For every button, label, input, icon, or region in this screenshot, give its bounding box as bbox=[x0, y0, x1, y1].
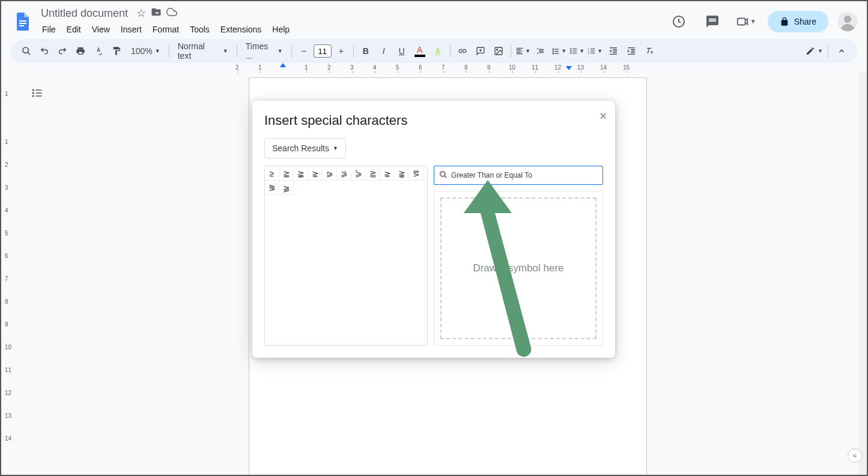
meet-icon[interactable]: ▼ bbox=[734, 10, 758, 34]
char-cell[interactable]: ⪂ bbox=[337, 166, 351, 181]
draw-area: Draw a symbol here bbox=[434, 191, 603, 346]
svg-point-10 bbox=[570, 48, 571, 49]
toolbar: 100%▼ Normal text▼ Times ...▼ − + B I U … bbox=[11, 39, 857, 63]
font-size-decrease[interactable]: − bbox=[296, 43, 312, 59]
style-dropdown[interactable]: Normal text▼ bbox=[173, 41, 233, 61]
svg-rect-1 bbox=[19, 23, 26, 24]
margin-left-marker[interactable] bbox=[280, 63, 286, 67]
ruler-horizontal: 2 1 1 2 3 4 5 6 7 8 9 10 11 12 13 14 15 bbox=[25, 63, 867, 73]
svg-rect-2 bbox=[19, 25, 24, 26]
char-cell[interactable]: ⪊ bbox=[395, 166, 409, 181]
search-box[interactable] bbox=[434, 166, 603, 185]
menu-insert[interactable]: Insert bbox=[116, 22, 147, 37]
svg-point-9 bbox=[496, 49, 497, 50]
redo-icon[interactable] bbox=[54, 43, 71, 59]
paint-format-icon[interactable] bbox=[108, 43, 125, 59]
char-cell[interactable]: ⪚ bbox=[409, 166, 423, 181]
svg-point-12 bbox=[570, 52, 571, 53]
add-comment-icon[interactable] bbox=[472, 43, 489, 59]
char-cell[interactable]: ⪜ bbox=[265, 181, 279, 195]
user-avatar[interactable] bbox=[838, 12, 857, 31]
svg-rect-4 bbox=[737, 18, 745, 25]
align-icon[interactable]: ▼ bbox=[515, 43, 532, 59]
titlebar: Untitled document ☆ File Edit View Inser… bbox=[1, 1, 867, 37]
star-icon[interactable]: ☆ bbox=[136, 7, 146, 20]
underline-icon[interactable]: U bbox=[393, 43, 410, 59]
lock-icon bbox=[780, 17, 789, 26]
bulleted-list-icon[interactable]: ▼ bbox=[569, 43, 586, 59]
search-input[interactable] bbox=[451, 171, 598, 179]
char-cell[interactable]: ⪀ bbox=[323, 166, 337, 181]
link-icon[interactable] bbox=[454, 43, 471, 59]
char-cell[interactable]: ≩ bbox=[294, 166, 308, 181]
menu-help[interactable]: Help bbox=[267, 22, 294, 37]
svg-point-6 bbox=[844, 16, 851, 23]
app-window: Untitled document ☆ File Edit View Inser… bbox=[0, 0, 868, 476]
chevron-down-icon: ▼ bbox=[333, 145, 338, 151]
svg-point-11 bbox=[570, 50, 571, 52]
char-cell[interactable]: ≧ bbox=[279, 166, 294, 181]
doc-info: Untitled document ☆ File Edit View Inser… bbox=[37, 6, 667, 37]
font-size-increase[interactable]: + bbox=[333, 43, 350, 59]
explore-chevron-icon[interactable]: < bbox=[848, 448, 862, 463]
special-characters-dialog: × Insert special characters Search Resul… bbox=[252, 101, 615, 358]
character-grid: ≥ ≧ ≩ ⋧ ⪀ ⪂ ⪄ ⪆ ⪈ ⪊ ⪚ ⪜ ⫺ bbox=[264, 166, 428, 346]
zoom-dropdown[interactable]: 100%▼ bbox=[126, 46, 165, 56]
decrease-indent-icon[interactable] bbox=[605, 43, 622, 59]
svg-text:3: 3 bbox=[588, 52, 590, 55]
share-button[interactable]: Share bbox=[768, 11, 828, 32]
menubar: File Edit View Insert Format Tools Exten… bbox=[37, 22, 667, 37]
menu-file[interactable]: File bbox=[37, 22, 61, 37]
move-icon[interactable] bbox=[151, 7, 162, 20]
margin-right-marker[interactable] bbox=[566, 66, 572, 70]
font-dropdown[interactable]: Times ...▼ bbox=[241, 41, 288, 61]
document-title[interactable]: Untitled document bbox=[37, 6, 132, 21]
line-spacing-icon[interactable] bbox=[533, 43, 550, 59]
undo-icon[interactable] bbox=[36, 43, 53, 59]
draw-canvas[interactable]: Draw a symbol here bbox=[440, 197, 596, 339]
menu-format[interactable]: Format bbox=[148, 22, 184, 37]
clear-formatting-icon[interactable] bbox=[641, 43, 658, 59]
insert-image-icon[interactable] bbox=[490, 43, 507, 59]
ruler-vertical: 1 1 2 3 4 5 6 7 8 9 10 11 12 13 14 bbox=[1, 73, 13, 475]
char-cell[interactable]: ⪈ bbox=[380, 166, 395, 181]
checklist-icon[interactable]: ▼ bbox=[551, 43, 568, 59]
close-dialog-icon[interactable]: × bbox=[599, 109, 607, 123]
collapse-toolbar-icon[interactable] bbox=[833, 43, 850, 59]
dialog-title: Insert special characters bbox=[264, 113, 603, 128]
bold-icon[interactable]: B bbox=[357, 43, 374, 59]
menu-view[interactable]: View bbox=[87, 22, 115, 37]
char-cell[interactable]: ⪄ bbox=[351, 166, 366, 181]
char-cell[interactable]: ⋧ bbox=[308, 166, 323, 181]
history-icon[interactable] bbox=[667, 10, 691, 34]
category-dropdown[interactable]: Search Results ▼ bbox=[264, 138, 346, 158]
numbered-list-icon[interactable]: 123▼ bbox=[587, 43, 604, 59]
italic-icon[interactable]: I bbox=[375, 43, 392, 59]
char-cell[interactable]: ≥ bbox=[265, 166, 279, 181]
char-cell[interactable]: ⫺ bbox=[279, 181, 294, 195]
vertical-scrollbar[interactable] bbox=[858, 73, 867, 475]
docs-logo[interactable] bbox=[11, 10, 35, 34]
svg-rect-0 bbox=[19, 20, 26, 22]
menu-extensions[interactable]: Extensions bbox=[216, 22, 266, 37]
text-color-icon[interactable]: A bbox=[411, 43, 428, 59]
print-icon[interactable] bbox=[72, 43, 89, 59]
menu-tools[interactable]: Tools bbox=[185, 22, 214, 37]
cloud-status-icon[interactable] bbox=[166, 7, 177, 20]
menu-edit[interactable]: Edit bbox=[62, 22, 86, 37]
share-label: Share bbox=[794, 17, 816, 26]
highlight-icon[interactable] bbox=[429, 43, 446, 59]
search-menus-icon[interactable] bbox=[18, 43, 35, 59]
svg-point-19 bbox=[440, 171, 445, 176]
search-icon bbox=[439, 170, 448, 181]
spellcheck-icon[interactable] bbox=[90, 43, 107, 59]
increase-indent-icon[interactable] bbox=[623, 43, 640, 59]
font-size-input[interactable] bbox=[314, 44, 332, 58]
svg-point-7 bbox=[23, 47, 28, 53]
editing-mode-icon[interactable]: ▼ bbox=[806, 43, 823, 59]
char-cell[interactable]: ⪆ bbox=[366, 166, 380, 181]
comments-icon[interactable] bbox=[700, 10, 724, 34]
